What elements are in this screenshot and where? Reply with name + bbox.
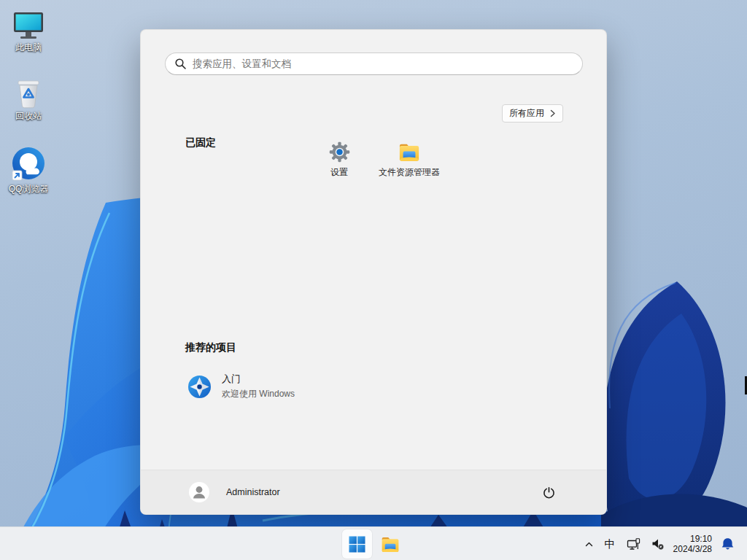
clock-date: 2024/3/28: [673, 544, 712, 555]
all-apps-button[interactable]: 所有应用: [502, 104, 563, 122]
clock-time: 19:10: [673, 534, 712, 545]
desktop-icon-label: QQ浏览器: [0, 184, 57, 194]
search-input[interactable]: [165, 52, 583, 75]
system-tray: 中 19:10 2024/3/28: [583, 527, 735, 560]
person-icon: [189, 482, 209, 502]
desktop-icon-recycle-bin[interactable]: 回收站: [0, 76, 57, 121]
desktop-icon-qq-browser[interactable]: QQ浏览器: [0, 144, 57, 194]
notifications-button[interactable]: [720, 536, 735, 552]
power-button[interactable]: [536, 480, 561, 505]
get-started-icon: [187, 375, 212, 399]
pinned-app-settings[interactable]: 设置: [304, 136, 374, 192]
pinned-app-file-explorer[interactable]: 文件资源管理器: [374, 136, 444, 192]
desktop-icon-label: 回收站: [0, 112, 57, 121]
start-menu-panel: 已固定 所有应用: [140, 29, 607, 515]
desktop-icon-this-pc[interactable]: 此电脑: [0, 7, 57, 52]
file-explorer-folder-icon: [398, 141, 420, 163]
ime-mode-indicator[interactable]: 中: [603, 536, 617, 553]
settings-gear-icon: [329, 141, 350, 163]
chevron-up-icon: [584, 540, 594, 548]
desktop: 此电脑 回收站 Q: [0, 0, 747, 560]
all-apps-label: 所有应用: [509, 107, 544, 120]
tray-show-hidden-icons-button[interactable]: [583, 539, 595, 550]
desktop-icon-label: 此电脑: [0, 43, 57, 52]
volume-muted-icon[interactable]: [650, 537, 665, 551]
recommended-item-title: 入门: [222, 373, 295, 386]
windows-logo-icon: [349, 536, 365, 553]
start-button[interactable]: [342, 529, 372, 559]
network-icon[interactable]: [625, 537, 642, 552]
qq-browser-icon: [0, 144, 57, 182]
user-avatar[interactable]: [189, 482, 209, 502]
recycle-bin-icon: [0, 76, 57, 109]
pinned-apps-grid: 设置 文件资源管理器: [304, 136, 444, 192]
chevron-right-icon: [549, 109, 556, 117]
this-pc-icon: [0, 7, 57, 41]
recommended-item-get-started[interactable]: 入门 欢迎使用 Windows: [176, 368, 380, 405]
taskbar-center-icons: [342, 527, 405, 560]
power-icon: [543, 486, 555, 499]
notification-bell-icon: [721, 537, 734, 551]
pinned-section-title: 已固定: [185, 136, 216, 149]
speaker-mute-icon: [651, 538, 664, 550]
pinned-app-label: 文件资源管理器: [379, 168, 440, 177]
file-explorer-folder-icon: [381, 535, 400, 553]
recommended-item-subtitle: 欢迎使用 Windows: [222, 388, 295, 400]
pinned-app-label: 设置: [330, 168, 348, 177]
search-box: [165, 52, 583, 75]
wired-network-icon: [627, 538, 640, 551]
taskbar-file-explorer-button[interactable]: [376, 529, 405, 559]
taskbar: 中 19:10 2024/3/28: [0, 526, 747, 560]
start-menu-user-bar: Administrator: [141, 470, 606, 514]
user-name: Administrator: [226, 487, 280, 497]
taskbar-clock[interactable]: 19:10 2024/3/28: [673, 534, 712, 555]
recommended-section-title: 推荐的项目: [185, 341, 236, 354]
